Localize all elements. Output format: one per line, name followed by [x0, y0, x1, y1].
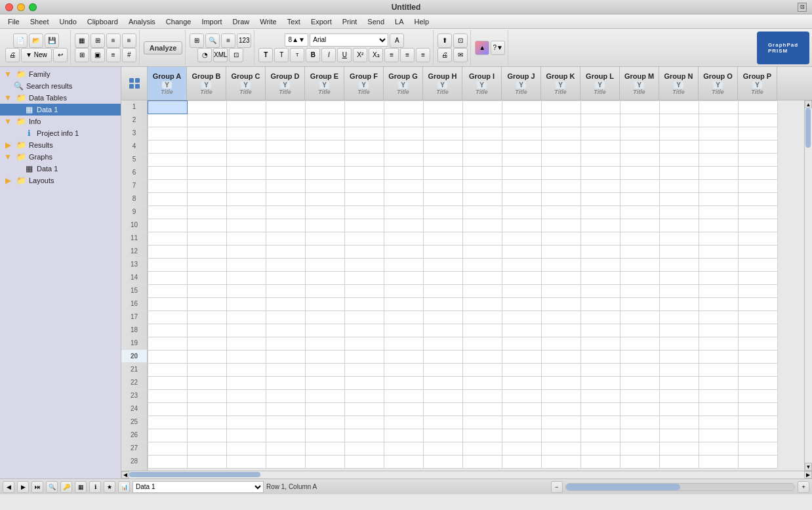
cell-23-O[interactable]	[699, 390, 739, 403]
row-num-14[interactable]: 14	[121, 271, 147, 284]
cell-21-K[interactable]	[542, 364, 581, 377]
open-button[interactable]: 📂	[29, 33, 43, 48]
cell-18-P[interactable]	[739, 324, 778, 337]
cell-16-O[interactable]	[699, 298, 739, 311]
cell-24-G[interactable]	[384, 403, 424, 416]
cell-6-D[interactable]	[266, 167, 306, 180]
cell-12-J[interactable]	[502, 245, 542, 259]
cell-9-N[interactable]	[660, 206, 699, 219]
col-header-c[interactable]: Group C Y Title	[226, 67, 266, 100]
cell-20-N[interactable]	[660, 351, 699, 364]
cell-4-J[interactable]	[502, 140, 542, 154]
underline-btn[interactable]: U	[337, 48, 352, 62]
cell-26-I[interactable]	[463, 429, 502, 442]
cell-5-B[interactable]	[188, 154, 227, 167]
cell-1-C[interactable]	[227, 101, 266, 114]
cell-18-O[interactable]	[699, 324, 739, 337]
cell-16-J[interactable]	[502, 298, 542, 311]
cell-2-J[interactable]	[502, 114, 542, 127]
maximize-button[interactable]	[29, 3, 37, 11]
cell-7-A[interactable]	[148, 180, 188, 193]
cell-7-F[interactable]	[345, 180, 384, 193]
cell-26-O[interactable]	[699, 429, 739, 442]
menu-import[interactable]: Import	[196, 16, 227, 27]
cell-25-D[interactable]	[266, 416, 306, 429]
cell-1-O[interactable]	[699, 101, 739, 114]
cell-23-C[interactable]	[227, 390, 266, 403]
cell-10-M[interactable]	[620, 219, 660, 232]
cell-25-I[interactable]	[463, 416, 502, 429]
cell-25-A[interactable]	[148, 416, 188, 429]
analyze-button[interactable]: Analyze	[144, 41, 183, 54]
new-dropdown[interactable]: ▼ New	[21, 48, 52, 62]
cell-12-A[interactable]	[148, 245, 188, 259]
cell-8-F[interactable]	[345, 193, 384, 206]
cell-6-J[interactable]	[502, 167, 542, 180]
cell-7-N[interactable]	[660, 180, 699, 193]
cell-14-G[interactable]	[384, 272, 424, 285]
cell-23-E[interactable]	[306, 390, 345, 403]
cell-28-J[interactable]	[502, 456, 542, 469]
cell-2-M[interactable]	[620, 114, 660, 127]
cell-18-F[interactable]	[345, 324, 384, 337]
cell-16-D[interactable]	[266, 298, 306, 311]
col-header-a[interactable]: Group A Y Title	[148, 67, 187, 100]
cell-22-L[interactable]	[581, 377, 620, 390]
cell-16-B[interactable]	[188, 298, 227, 311]
cell-11-O[interactable]	[699, 232, 739, 245]
cell-9-G[interactable]	[384, 206, 424, 219]
menu-sheet[interactable]: Sheet	[25, 16, 54, 27]
new-button[interactable]: 📄	[13, 33, 28, 48]
col-header-g[interactable]: Group G Y Title	[384, 67, 423, 100]
cell-16-F[interactable]	[345, 298, 384, 311]
cell-15-I[interactable]	[463, 285, 502, 298]
cell-24-F[interactable]	[345, 403, 384, 416]
nav-info-button[interactable]: ℹ	[89, 481, 101, 493]
cell-5-G[interactable]	[384, 154, 424, 167]
cell-22-B[interactable]	[188, 377, 227, 390]
cell-1-P[interactable]	[739, 101, 778, 114]
rows-btn[interactable]: ≡	[221, 33, 235, 48]
row-num-15[interactable]: 15	[121, 284, 147, 297]
cell-6-K[interactable]	[542, 167, 581, 180]
cell-6-N[interactable]	[660, 167, 699, 180]
T-small[interactable]: T	[290, 48, 304, 62]
cell-20-J[interactable]	[502, 351, 542, 364]
cell-13-E[interactable]	[306, 259, 345, 272]
scroll-down-button[interactable]: ▼	[805, 463, 812, 471]
cell-18-G[interactable]	[384, 324, 424, 337]
cell-6-L[interactable]	[581, 167, 620, 180]
cell-21-I[interactable]	[463, 364, 502, 377]
cell-5-M[interactable]	[620, 154, 660, 167]
cell-17-B[interactable]	[188, 311, 227, 324]
cell-19-I[interactable]	[463, 337, 502, 351]
cell-13-L[interactable]	[581, 259, 620, 272]
cell-7-L[interactable]	[581, 180, 620, 193]
cell-26-C[interactable]	[227, 429, 266, 442]
cell-13-B[interactable]	[188, 259, 227, 272]
cell-10-J[interactable]	[502, 219, 542, 232]
cell-12-P[interactable]	[739, 245, 778, 259]
cell-27-A[interactable]	[148, 442, 188, 456]
cell-9-C[interactable]	[227, 206, 266, 219]
sheet-btn3[interactable]: ≡	[106, 33, 121, 48]
sidebar-item-graphs-data-1[interactable]: ▦ Data 1	[0, 163, 121, 175]
cell-21-H[interactable]	[424, 364, 463, 377]
cell-5-P[interactable]	[739, 154, 778, 167]
cell-4-I[interactable]	[463, 140, 502, 154]
subscript-btn[interactable]: X₂	[369, 48, 383, 62]
cell-19-E[interactable]	[306, 337, 345, 351]
help-btn[interactable]: ?▼	[491, 41, 505, 55]
cell-18-J[interactable]	[502, 324, 542, 337]
color-btn[interactable]: ▲	[475, 41, 489, 55]
cell-22-J[interactable]	[502, 377, 542, 390]
cell-17-I[interactable]	[463, 311, 502, 324]
font-selector[interactable]: Arial Helvetica Times New Roman	[310, 33, 388, 47]
sheet-btn6[interactable]: ▣	[91, 48, 105, 62]
cell-6-C[interactable]	[227, 167, 266, 180]
cell-8-K[interactable]	[542, 193, 581, 206]
cell-3-D[interactable]	[266, 127, 306, 140]
cell-7-D[interactable]	[266, 180, 306, 193]
cell-23-G[interactable]	[384, 390, 424, 403]
cell-20-E[interactable]	[306, 351, 345, 364]
